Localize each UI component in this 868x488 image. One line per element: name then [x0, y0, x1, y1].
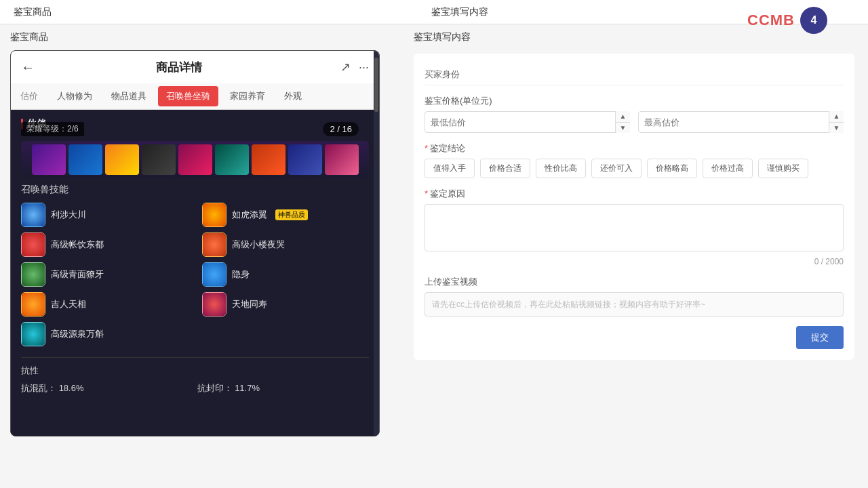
content-area[interactable]: 召唤兽技能 利涉大川 如虎添翼 神兽品质	[11, 134, 379, 436]
tab-items[interactable]: 物品道具	[102, 83, 156, 109]
img-tile-6	[215, 144, 249, 175]
min-price-wrapper: ▲ ▼	[425, 111, 630, 133]
more-icon[interactable]: ···	[359, 60, 369, 75]
logo-area: CCMB 4	[747, 7, 827, 34]
upload-label: 上传鉴宝视频	[425, 276, 844, 288]
tag-6[interactable]: 谨慎购买	[758, 159, 808, 178]
conclusion-row: 鉴定结论 值得入手 价格合适 性价比高 还价可入 价格略高 价格过高 谨慎购买	[425, 142, 844, 178]
skill-name-7: 吉人天相	[51, 298, 86, 310]
max-price-up[interactable]: ▲	[829, 111, 844, 123]
skill-name-9: 高级源泉万斛	[51, 328, 104, 340]
ccmb-logo: CCMB	[747, 12, 795, 29]
min-price-down[interactable]: ▼	[616, 123, 630, 134]
window-actions: ↗ ···	[340, 60, 369, 75]
conclusion-label: 鉴定结论	[425, 142, 844, 155]
tab-summon[interactable]: 召唤兽坐骑	[158, 86, 218, 106]
buyer-label: 买家身份	[425, 69, 460, 79]
min-price-up[interactable]: ▲	[616, 111, 630, 123]
skill-item-3: 高级帐饮东都	[21, 232, 189, 257]
min-price-spinners: ▲ ▼	[615, 111, 630, 133]
tag-4[interactable]: 价格略高	[647, 159, 697, 178]
window-header: ← 商品详情 ↗ ···	[11, 51, 379, 83]
img-tile-7	[252, 144, 285, 175]
upload-input[interactable]: 请先在cc上传估价视频后，再在此处粘贴视频链接；视频内容有助于好评率~	[425, 292, 844, 317]
img-tile-1	[32, 144, 66, 175]
reason-textarea[interactable]	[425, 204, 844, 251]
share-icon[interactable]: ↗	[340, 60, 351, 75]
resistance-item-1: 抗混乱： 18.6%	[21, 382, 193, 394]
img-tile-4	[142, 144, 176, 175]
left-title: 鉴宝商品	[14, 6, 52, 18]
tag-0[interactable]: 值得入手	[425, 159, 475, 178]
scrollbar-thumb	[374, 58, 378, 112]
main-container: 鉴宝商品 ← 商品详情 ↗ ··· 估价 人物修为	[0, 24, 868, 488]
img-tile-2	[68, 144, 102, 175]
skill-name-8: 天地同寿	[232, 298, 267, 310]
min-price-input[interactable]	[425, 111, 630, 133]
skill-item-1: 利涉大川	[21, 203, 189, 227]
skill-badge-2: 神兽品质	[275, 209, 308, 220]
form-section: 买家身份 鉴宝价格(单位元) ▲ ▼ ▲	[414, 54, 854, 360]
submit-row: 提交	[425, 326, 844, 349]
skills-grid: 利涉大川 如虎添翼 神兽品质 高级帐饮东都	[21, 203, 369, 346]
skill-name-6: 隐身	[232, 268, 250, 281]
right-panel: 鉴宝填写内容 买家身份 鉴宝价格(单位元) ▲ ▼	[400, 24, 868, 488]
resistance-section: 抗性 抗混乱： 18.6% 抗封印： 11.7%	[21, 357, 369, 394]
resistance-grid: 抗混乱： 18.6% 抗封印： 11.7%	[21, 382, 369, 394]
skill-icon-5	[21, 262, 45, 287]
tag-1[interactable]: 价格合适	[480, 159, 530, 178]
img-tile-3	[105, 144, 139, 175]
left-panel: 鉴宝商品 ← 商品详情 ↗ ··· 估价 人物修为	[0, 24, 400, 488]
tag-2[interactable]: 性价比高	[536, 159, 586, 178]
resistance-item-2: 抗封印： 11.7%	[197, 382, 370, 394]
submit-button[interactable]: 提交	[796, 326, 844, 349]
tab-home[interactable]: 家园养育	[220, 83, 275, 109]
img-tile-8	[288, 144, 322, 175]
top-bar: 鉴宝商品 鉴宝填写内容 CCMB 4	[0, 0, 868, 24]
tab-appearance[interactable]: 外观	[275, 83, 311, 109]
right-title: 鉴宝填写内容	[431, 6, 488, 18]
skill-name-4: 高级小楼夜哭	[232, 239, 285, 251]
skill-item-7: 吉人天相	[21, 292, 189, 317]
skill-item-9: 高级源泉万斛	[21, 322, 189, 346]
price-row: 鉴宝价格(单位元) ▲ ▼ ▲ ▼	[425, 95, 844, 133]
max-price-down[interactable]: ▼	[829, 123, 844, 134]
tab-price[interactable]: 估价	[11, 83, 47, 109]
skill-icon-6	[202, 262, 226, 287]
char-count: 0 / 2000	[425, 257, 844, 266]
window-title: 商品详情	[18, 60, 340, 75]
skill-item-5: 高级青面獠牙	[21, 262, 189, 287]
skill-item-6: 隐身	[202, 262, 370, 287]
window-scrollbar[interactable]	[374, 51, 379, 436]
upload-row: 上传鉴宝视频 请先在cc上传估价视频后，再在此处粘贴视频链接；视频内容有助于好评…	[425, 276, 844, 317]
tag-3[interactable]: 还价可入	[591, 159, 642, 178]
product-window: ← 商品详情 ↗ ··· 估价 人物修为 物品道具 召唤兽	[10, 50, 380, 436]
skill-name-1: 利涉大川	[51, 209, 86, 221]
max-price-spinners: ▲ ▼	[829, 111, 844, 133]
avatar[interactable]: 4	[800, 7, 827, 34]
price-inputs: ▲ ▼ ▲ ▼	[425, 111, 844, 133]
skills-title: 召唤兽技能	[21, 184, 369, 196]
skill-icon-9	[21, 322, 45, 346]
tab-character[interactable]: 人物修为	[47, 83, 102, 109]
img-tile-5	[178, 144, 212, 175]
buyer-identity-row: 买家身份	[425, 64, 844, 85]
skill-item-4: 高级小楼夜哭	[202, 232, 370, 257]
skill-icon-7	[21, 292, 45, 317]
left-panel-title: 鉴宝商品	[10, 31, 390, 43]
level-overlay: 荣耀等级：2/6	[21, 122, 84, 136]
img-tile-9	[325, 144, 359, 175]
skill-name-5: 高级青面獠牙	[51, 268, 104, 281]
skill-item-8: 天地同寿	[202, 292, 370, 317]
max-price-wrapper: ▲ ▼	[638, 111, 844, 133]
skill-name-2: 如虎添翼	[232, 209, 267, 221]
reason-label: 鉴定原因	[425, 188, 844, 200]
skill-name-3: 高级帐饮东都	[51, 239, 104, 251]
page-counter: 2 / 16	[323, 122, 359, 136]
upload-placeholder: 请先在cc上传估价视频后，再在此处粘贴视频链接；视频内容有助于好评率~	[432, 299, 705, 310]
tag-5[interactable]: 价格过高	[703, 159, 753, 178]
image-strip	[21, 141, 369, 178]
max-price-input[interactable]	[638, 111, 844, 133]
skill-icon-1	[21, 203, 45, 227]
price-label: 鉴宝价格(单位元)	[425, 95, 844, 107]
